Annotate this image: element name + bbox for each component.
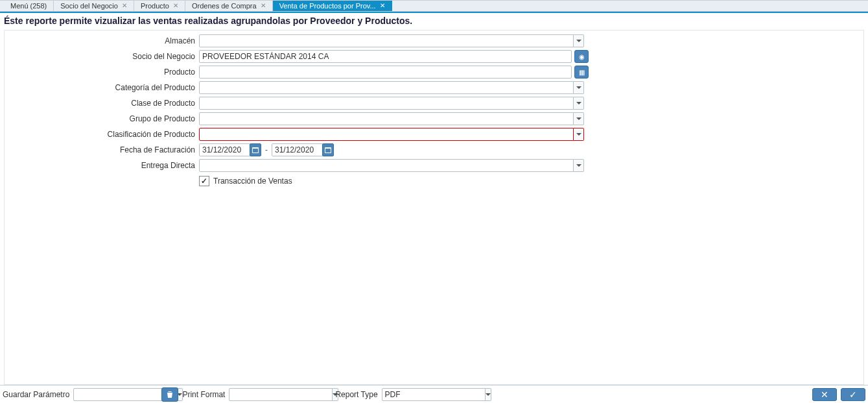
tab-2[interactable]: Producto✕ <box>134 1 185 11</box>
tab-label: Socio del Negocio <box>60 2 118 10</box>
product-icon: ▦ <box>579 69 585 76</box>
fecha-facturacion-to[interactable] <box>272 143 323 156</box>
trash-icon <box>166 391 174 398</box>
tab-label: Ordenes de Compra <box>192 2 257 10</box>
close-icon[interactable]: ✕ <box>261 3 266 9</box>
date-range-separator: - <box>265 145 268 154</box>
report-type-input[interactable] <box>382 388 486 401</box>
transaccion-ventas-checkbox[interactable] <box>199 176 209 186</box>
close-icon[interactable]: ✕ <box>380 3 385 9</box>
tab-0[interactable]: Menú (258) <box>4 1 54 11</box>
categoria-producto-input[interactable] <box>199 81 574 94</box>
label-producto: Producto <box>5 67 199 77</box>
socio-negocio-input[interactable] <box>199 50 572 63</box>
categoria-producto-dropdown[interactable] <box>574 81 584 94</box>
calendar-icon <box>325 147 331 153</box>
close-icon[interactable]: ✕ <box>173 3 178 9</box>
socio-negocio-lookup-button[interactable]: ◉ <box>574 50 589 63</box>
clase-producto-input[interactable] <box>199 97 574 110</box>
transaccion-ventas-label: Transacción de Ventas <box>213 177 292 186</box>
label-categoria-producto: Categoría del Producto <box>5 83 199 92</box>
entrega-directa-input[interactable] <box>199 159 574 172</box>
fecha-from-calendar-button[interactable] <box>250 143 261 156</box>
report-type-dropdown[interactable] <box>486 388 491 401</box>
report-description: Éste reporte permite vizualizar las vent… <box>0 13 868 30</box>
user-icon: ◉ <box>579 53 585 60</box>
producto-input[interactable] <box>199 66 572 79</box>
grupo-producto-input[interactable] <box>199 112 574 125</box>
footer-bar: Guardar Parámetro Print Format Report Ty… <box>0 385 868 403</box>
producto-lookup-button[interactable]: ▦ <box>574 66 589 79</box>
label-entrega-directa: Entrega Directa <box>5 161 199 170</box>
tab-4[interactable]: Venta de Productos por Prov...✕ <box>273 1 392 11</box>
clase-producto-dropdown[interactable] <box>574 97 584 110</box>
cancel-button[interactable]: ✕ <box>812 388 837 401</box>
print-format-input[interactable] <box>229 388 333 401</box>
tab-label: Venta de Productos por Prov... <box>279 2 376 10</box>
fecha-to-calendar-button[interactable] <box>322 143 334 156</box>
tab-1[interactable]: Socio del Negocio✕ <box>54 1 134 11</box>
almacen-input[interactable] <box>199 34 574 47</box>
label-fecha-facturacion: Fecha de Facturación <box>5 145 199 154</box>
delete-parameter-button[interactable] <box>161 387 178 402</box>
tab-bar: Menú (258)Socio del Negocio✕Producto✕Ord… <box>0 0 868 12</box>
tab-label: Menú (258) <box>10 2 47 10</box>
check-icon: ✓ <box>849 389 857 400</box>
svg-rect-3 <box>325 149 331 153</box>
tab-3[interactable]: Ordenes de Compra✕ <box>185 1 273 11</box>
form-panel: Almacén Socio del Negocio ◉ Producto ▦ C… <box>4 30 864 385</box>
almacen-dropdown[interactable] <box>574 34 584 47</box>
label-grupo-producto: Grupo de Producto <box>5 114 199 123</box>
calendar-icon <box>252 147 259 153</box>
clasificacion-producto-dropdown[interactable] <box>574 128 584 141</box>
label-almacen: Almacén <box>5 36 199 45</box>
label-socio-negocio: Socio del Negocio <box>5 52 199 61</box>
label-report-type: Report Type <box>335 390 377 399</box>
close-icon[interactable]: ✕ <box>122 3 127 9</box>
ok-button[interactable]: ✓ <box>841 388 865 401</box>
tab-label: Producto <box>141 2 169 10</box>
svg-rect-1 <box>253 149 258 153</box>
clasificacion-producto-input[interactable] <box>199 128 574 141</box>
fecha-facturacion-from[interactable] <box>199 143 251 156</box>
close-icon: ✕ <box>821 389 828 400</box>
entrega-directa-dropdown[interactable] <box>574 159 584 172</box>
grupo-producto-dropdown[interactable] <box>574 112 584 125</box>
label-clase-producto: Clase de Producto <box>5 99 199 108</box>
label-print-format: Print Format <box>182 390 225 399</box>
label-clasificacion-producto: Clasificación de Producto <box>5 130 199 139</box>
label-guardar-parametro: Guardar Parámetro <box>3 390 69 399</box>
